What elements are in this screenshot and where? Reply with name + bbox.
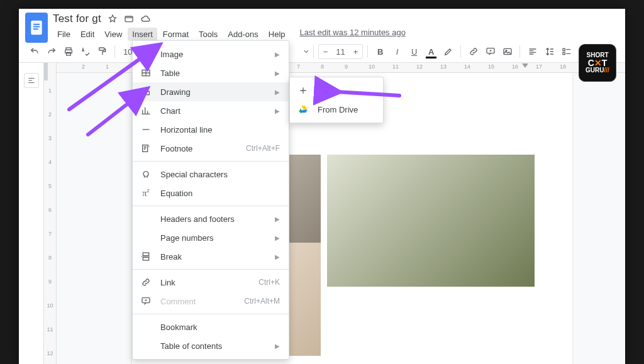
document-title[interactable]: Test for gt (53, 13, 101, 25)
blank-icon (140, 340, 152, 351)
menu-edit[interactable]: Edit (76, 28, 99, 41)
drawing-icon (140, 86, 152, 97)
insert-menu-headers-and-footers[interactable]: Headers and footers▶ (133, 209, 289, 228)
chevron-right-icon: ▶ (275, 89, 280, 96)
cloud-status-icon[interactable] (140, 13, 152, 25)
font-size-decrease[interactable]: − (319, 47, 332, 57)
chevron-right-icon: ▶ (275, 216, 280, 223)
line-spacing-button[interactable] (541, 43, 557, 60)
svg-rect-12 (563, 48, 565, 50)
comment-icon (140, 295, 152, 307)
menu-help[interactable]: Help (264, 28, 290, 41)
insert-menu-footnote[interactable]: 1FootnoteCtrl+Alt+F (133, 139, 289, 158)
break-icon (140, 251, 152, 262)
move-icon[interactable] (124, 14, 134, 24)
chevron-right-icon: ▶ (275, 234, 280, 241)
insert-menu-link[interactable]: LinkCtrl+K (133, 273, 289, 292)
insert-menu-image[interactable]: Image▶ (133, 45, 289, 63)
svg-rect-3 (33, 28, 38, 30)
insert-menu-special-characters[interactable]: Special characters (133, 165, 289, 184)
checklist-button[interactable] (558, 43, 574, 60)
blank-icon (140, 232, 152, 243)
chevron-right-icon: ▶ (275, 343, 280, 350)
title-bar: Test for gt File Edit View Insert Format… (19, 9, 625, 40)
drawing-submenu: NewFrom Drive (289, 77, 384, 123)
italic-button[interactable]: I (389, 43, 405, 60)
print-button[interactable] (60, 43, 76, 60)
chevron-right-icon: ▶ (275, 108, 280, 114)
image-cat-3[interactable] (327, 155, 535, 287)
omega-icon (140, 168, 152, 180)
font-size-increase[interactable]: + (349, 47, 362, 57)
bold-button[interactable]: B (372, 43, 388, 60)
underline-button[interactable]: U (406, 43, 422, 60)
redo-button[interactable] (43, 43, 59, 60)
star-icon[interactable] (108, 14, 118, 24)
chevron-right-icon: ▶ (275, 70, 280, 77)
menu-file[interactable]: File (53, 28, 75, 41)
chart-icon (140, 105, 152, 116)
paint-format-button[interactable] (94, 43, 110, 60)
menu-view[interactable]: View (100, 28, 126, 41)
toolbar: 100% − 11 + B I U A (19, 40, 625, 63)
insert-menu-table-of-contents[interactable]: Table of contents▶ (133, 336, 289, 355)
undo-button[interactable] (26, 43, 42, 60)
insert-menu-comment: CommentCtrl+Alt+M (133, 292, 289, 311)
spellcheck-button[interactable] (77, 43, 93, 60)
plus-icon (297, 85, 309, 96)
svg-rect-13 (563, 52, 565, 54)
menu-addons[interactable]: Add-ons (223, 28, 262, 41)
font-size-stepper[interactable]: − 11 + (318, 44, 363, 59)
insert-menu-break[interactable]: Break▶ (133, 247, 289, 266)
font-size-value[interactable]: 11 (332, 47, 349, 57)
blank-icon (140, 321, 152, 333)
svg-rect-0 (31, 21, 42, 35)
chevron-right-icon: ▶ (275, 253, 280, 260)
highlight-button[interactable] (440, 43, 456, 60)
insert-menu-horizontal-line[interactable]: Horizontal line (133, 120, 289, 139)
svg-rect-21 (143, 253, 148, 256)
footnote-icon: 1 (140, 143, 152, 154)
menu-insert[interactable]: Insert (128, 28, 157, 41)
table-icon (140, 67, 152, 79)
text-color-button[interactable]: A (423, 43, 439, 60)
svg-rect-8 (99, 48, 104, 50)
insert-menu-table[interactable]: Table▶ (133, 63, 289, 82)
hr-icon (140, 124, 152, 135)
chevron-right-icon: ▶ (275, 51, 280, 58)
insert-image-button[interactable] (499, 43, 515, 60)
chevron-down-icon[interactable] (304, 49, 309, 54)
indent-marker-right[interactable] (522, 63, 528, 68)
link-icon (140, 277, 152, 288)
menu-tools[interactable]: Tools (194, 28, 222, 41)
align-button[interactable] (525, 43, 540, 60)
drawing-menu-from-drive[interactable]: From Drive (290, 100, 383, 119)
insert-menu-equation[interactable]: π2Equation (133, 184, 289, 202)
brand-badge: SHORT C✕T GURU/// (579, 44, 616, 82)
svg-rect-1 (33, 24, 40, 25)
svg-rect-18 (145, 91, 149, 94)
outline-rail (19, 63, 44, 364)
svg-rect-4 (125, 16, 133, 22)
svg-rect-22 (143, 257, 148, 260)
add-comment-button[interactable] (482, 43, 498, 60)
vertical-ruler: 123456789101112 (44, 63, 57, 364)
insert-menu-chart[interactable]: Chart▶ (133, 101, 289, 120)
image-icon (140, 48, 152, 60)
menu-format[interactable]: Format (158, 28, 193, 41)
insert-menu-drawing[interactable]: Drawing▶ (133, 82, 289, 101)
show-outline-button[interactable] (24, 73, 39, 88)
docs-logo[interactable] (25, 13, 48, 43)
svg-text:1: 1 (148, 144, 150, 148)
google-docs-window: Test for gt File Edit View Insert Format… (19, 9, 625, 364)
last-edit-link[interactable]: Last edit was 12 minutes ago (300, 28, 406, 41)
drive-icon (297, 104, 309, 115)
insert-menu-bookmark[interactable]: Bookmark (133, 317, 289, 336)
insert-menu-page-numbers[interactable]: Page numbers▶ (133, 228, 289, 247)
blank-icon (140, 213, 152, 224)
menu-bar: File Edit View Insert Format Tools Add-o… (53, 28, 406, 41)
insert-link-button[interactable] (465, 43, 481, 60)
svg-rect-2 (33, 26, 40, 28)
drawing-menu-new[interactable]: New (290, 81, 383, 100)
insert-menu: Image▶Table▶Drawing▶Chart▶Horizontal lin… (132, 40, 289, 360)
